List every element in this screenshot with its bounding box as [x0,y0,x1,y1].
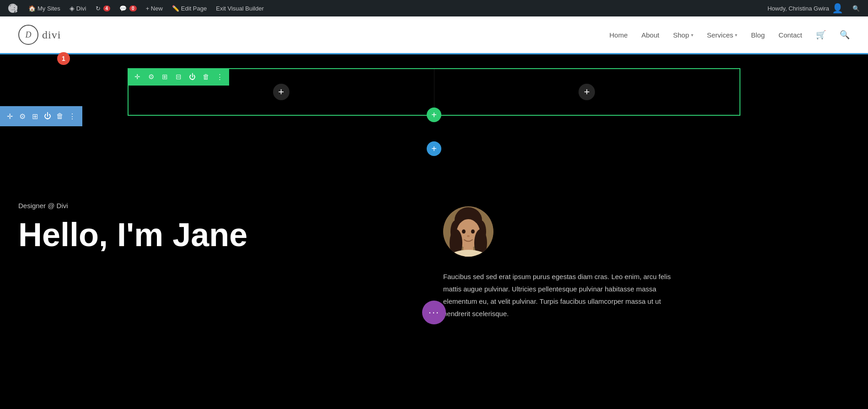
row-settings-icon[interactable]: ⚙ [146,72,156,82]
edit-page-button[interactable]: ✏️ Edit Page [167,0,211,16]
new-button[interactable]: + New [141,0,167,16]
howdy-label: Howdy, Christina Gwira [767,5,829,12]
admin-search-button[interactable]: 🔍 [848,0,864,16]
nav-shop[interactable]: Shop ▾ [673,31,693,39]
avatar [443,206,493,257]
edit-page-label: Edit Page [181,5,207,12]
builder-row: ✛ ⚙ ⊞ ⊟ ⏻ 🗑 ⋮ + + + [128,68,740,116]
comments-button[interactable]: 💬 0 [115,0,141,16]
my-sites-button[interactable]: 🏠 My Sites [24,0,65,16]
nav-search-icon[interactable]: 🔍 [840,30,850,40]
my-sites-label: My Sites [38,5,60,12]
section-layout-icon[interactable]: ⊞ [31,111,39,122]
site-header: 1 D divi Home About Shop ▾ Services ▾ Bl… [0,16,868,53]
updates-button[interactable]: ↻ 4 [91,0,115,16]
hero-left: Designer @ Divi Hello, I'm Jane [18,202,443,253]
hero-description: Faucibus sed sed erat ipsum purus egesta… [443,270,672,320]
search-icon: 🔍 [852,5,860,12]
nav-about[interactable]: About [641,31,659,39]
section-power-icon[interactable]: ⏻ [43,111,52,122]
house-icon: 🏠 [28,5,36,12]
divi-icon: ◈ [70,5,75,12]
main-content: ✛ ⚙ ⊞ ⏻ 🗑 ⋮ ✛ ⚙ ⊞ ⊟ ⏻ 🗑 ⋮ + [0,53,868,400]
new-label: + New [146,5,163,12]
avatar-icon: 👤 [832,3,843,14]
add-module-right-button[interactable]: + [579,84,595,100]
builder-section: ✛ ⚙ ⊞ ⊟ ⏻ 🗑 ⋮ + + + + [0,54,868,174]
fab-button[interactable]: ··· [422,301,446,324]
admin-bar: 🏠 My Sites ◈ Divi ↻ 4 💬 0 + New ✏️ Edit … [0,0,868,16]
row-move-icon[interactable]: ✛ [132,72,142,82]
row-layout-icon[interactable]: ⊞ [160,72,170,82]
shop-chevron-icon: ▾ [691,32,693,38]
divi-label: Divi [76,5,86,12]
exit-builder-button[interactable]: Exit Visual Builder [211,0,268,16]
logo-text: divi [42,29,61,41]
column-right: + [434,69,740,115]
wp-logo-button[interactable] [4,0,24,16]
divi-button[interactable]: ◈ Divi [65,0,91,16]
nav-services[interactable]: Services ▾ [707,31,738,39]
section-number-badge: 1 [57,52,70,65]
nav-home[interactable]: Home [609,31,627,39]
update-count: 4 [103,5,111,11]
comment-count: 0 [129,5,137,11]
site-logo[interactable]: D divi [18,25,61,45]
pencil-icon: ✏️ [172,5,179,12]
add-module-left-button[interactable]: + [273,84,289,100]
nav-contact[interactable]: Contact [778,31,802,39]
row-columns-icon[interactable]: ⊟ [173,72,183,82]
site-nav: Home About Shop ▾ Services ▾ Blog Contac… [609,30,850,40]
services-chevron-icon: ▾ [735,32,737,38]
row-delete-icon[interactable]: 🗑 [201,72,211,82]
exit-builder-label: Exit Visual Builder [216,5,264,12]
nav-blog[interactable]: Blog [751,31,765,39]
svg-point-6 [471,230,475,234]
svg-point-5 [462,230,466,234]
hero-right: Faucibus sed sed erat ipsum purus egesta… [443,202,850,320]
section-move-icon[interactable]: ✛ [5,111,14,122]
cart-icon[interactable]: 🛒 [816,30,826,40]
svg-point-7 [467,235,470,237]
section-settings-icon[interactable]: ⚙ [18,111,27,122]
refresh-icon: ↻ [96,5,101,12]
add-row-button[interactable]: + [427,108,441,122]
comment-icon: 💬 [119,5,127,12]
logo-circle: D [18,25,38,45]
row-toolbar: ✛ ⚙ ⊞ ⊟ ⏻ 🗑 ⋮ [128,68,229,86]
section-delete-icon[interactable]: 🗑 [55,111,64,122]
row-more-icon[interactable]: ⋮ [214,72,225,82]
hero-subtitle: Designer @ Divi [18,202,425,210]
row-power-icon[interactable]: ⏻ [187,72,197,82]
hero-title: Hello, I'm Jane [18,217,425,253]
logo-d: D [26,30,32,40]
howdy-button[interactable]: Howdy, Christina Gwira 👤 [763,0,848,16]
add-section-button[interactable]: + [427,141,441,156]
hero-section: Designer @ Divi Hello, I'm Jane [0,174,868,338]
section-toolbar: ✛ ⚙ ⊞ ⏻ 🗑 ⋮ [0,106,82,126]
section-more-icon[interactable]: ⋮ [68,111,77,122]
